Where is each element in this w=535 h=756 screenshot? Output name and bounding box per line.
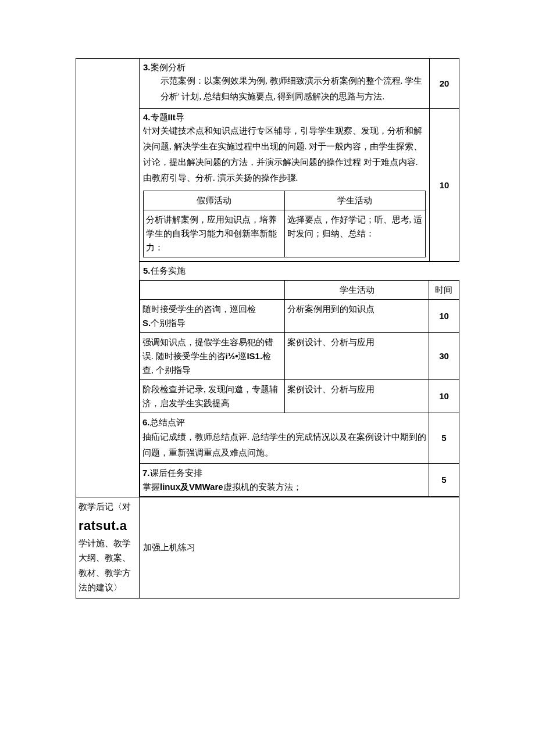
sec3-time: 20: [430, 59, 459, 109]
sec4-cell-teacher: 分析讲解案例，应用知识点，培养学生的自我学习能力和创新率新能力：: [144, 210, 285, 257]
topic-guide-content: 4.专题IIt导 针对关键技术点和知识点进行专区辅导，引导学生观察、发现，分析和…: [140, 109, 430, 261]
sec7-cell: 7.课后任务安排 掌握linux及VMWare虚拟机的安装方法；: [140, 464, 429, 497]
sec5-r1c3: 10: [429, 300, 459, 333]
sec4-hdr-teacher: 假师活动: [144, 191, 285, 210]
sec7-num: 7.: [142, 468, 150, 478]
lesson-plan-table: 3.案例分析 示范案例：以案例效果为例, 教师细致演示分析案例的整个流程. 学生…: [76, 58, 459, 599]
sec4-inner-table: 假师活动 学生活动 分析讲解案例，应用知识点，培养学生的自我学习能力和创新率新能…: [143, 191, 426, 257]
sec4-time: 10: [430, 109, 459, 261]
sec5-r2c2: 案例设计、分析与应用: [284, 333, 429, 380]
sec5-h3: 时间: [429, 281, 459, 300]
footer-right: 加强上机练习: [140, 497, 459, 599]
sec6-title: 总结点评: [150, 418, 185, 427]
sec5-r1c1b-txt: 个别指导: [151, 318, 186, 328]
sec5-r1c1b-num: S.: [142, 318, 151, 328]
sec6-time: 5: [429, 413, 459, 464]
footer-l3: 学计施、教学大纲、教案、教材、教学方法的建议〉: [79, 539, 131, 593]
sec3-num: 3.: [143, 62, 151, 72]
sec7-body: 掌握linux及VMWare虚拟机的安装方法；: [142, 482, 302, 492]
left-empty: [76, 59, 140, 497]
sec7-title: 课后任务安排: [150, 468, 202, 478]
footer-left: 教学后记〈对 ratsut.a 学计施、教学大纲、教案、教材、教学方法的建议〉: [76, 497, 140, 599]
case-analysis-content: 3.案例分析 示范案例：以案例效果为例, 教师细致演示分析案例的整个流程. 学生…: [140, 59, 430, 109]
sec7-bold: linux及VMWare: [160, 482, 223, 492]
sec5-r3c2: 案例设计、分析与应用: [284, 380, 429, 413]
footer-l1: 教学后记〈对: [79, 502, 131, 511]
sec4-title: 专题IIt导: [151, 112, 184, 122]
sec7-pre: 掌握: [142, 482, 160, 492]
row-case-analysis: 3.案例分析 示范案例：以案例效果为例, 教师细致演示分析案例的整个流程. 学生…: [76, 59, 459, 109]
sec5-inner-table: 学生活动 时间 随时接受学生的咨询，巡回检 S.个别指导 分析案例用到的知识点 …: [140, 280, 459, 497]
sec5-num: 5.: [143, 266, 151, 275]
sec6-num: 6.: [142, 417, 150, 427]
sec5-r1c2: 分析案例用到的知识点: [284, 300, 429, 333]
sec5-r1c1: 随时接受学生的咨询，巡回检 S.个别指导: [140, 300, 285, 333]
sec5-title: 任务实施: [151, 266, 186, 275]
sec4-hdr-student: 学生活动: [284, 191, 426, 210]
sec5-r3c3: 10: [429, 380, 459, 413]
sec3-title: 案例分析: [151, 63, 186, 72]
sec5-h2: 学生活动: [284, 281, 429, 300]
sec3-body: 示范案例：以案例效果为例, 教师细致演示分析案例的整个流程. 学生分析' 计划,…: [143, 73, 426, 105]
sec7-time: 5: [429, 464, 459, 497]
row-footer: 教学后记〈对 ratsut.a 学计施、教学大纲、教案、教材、教学方法的建议〉 …: [76, 497, 459, 599]
sec5-h1-empty: [140, 281, 285, 300]
footer-l2: ratsut.a: [79, 518, 127, 533]
sec5-r3c1: 阶段检查并记录, 发现问邀，专题辅济，启发学生实践提高: [140, 380, 285, 413]
sec5-r2c1: 强调知识点，提假学生容易犯的错误. 随时接受学生的咨i½•巡IS1.检查, 个别…: [140, 333, 285, 380]
sec7-post: 虚拟机的安装方法；: [223, 482, 302, 492]
sec4-cell-student: 选择要点，作好学记；听、思考, 适时发问；归纳、总结：: [284, 210, 426, 257]
sec4-num: 4.: [143, 112, 151, 122]
sec6-cell: 6.总结点评 抽疝记成绩，教师总结点评. 总结学生的完成情况以及在案例设计中期到…: [140, 413, 429, 464]
sec5-r2c3: 30: [429, 333, 459, 380]
sec5-r1c1a: 随时接受学生的咨询，巡回检: [142, 304, 256, 314]
sec6-body: 抽疝记成绩，教师总结点评. 总结学生的完成情况以及在案例设计中期到的问题，重新强…: [142, 432, 426, 457]
sec4-body: 针对关键技术点和知识点进行专区辅导，引导学生观察、发现，分析和解决问题, 解决学…: [143, 123, 426, 186]
